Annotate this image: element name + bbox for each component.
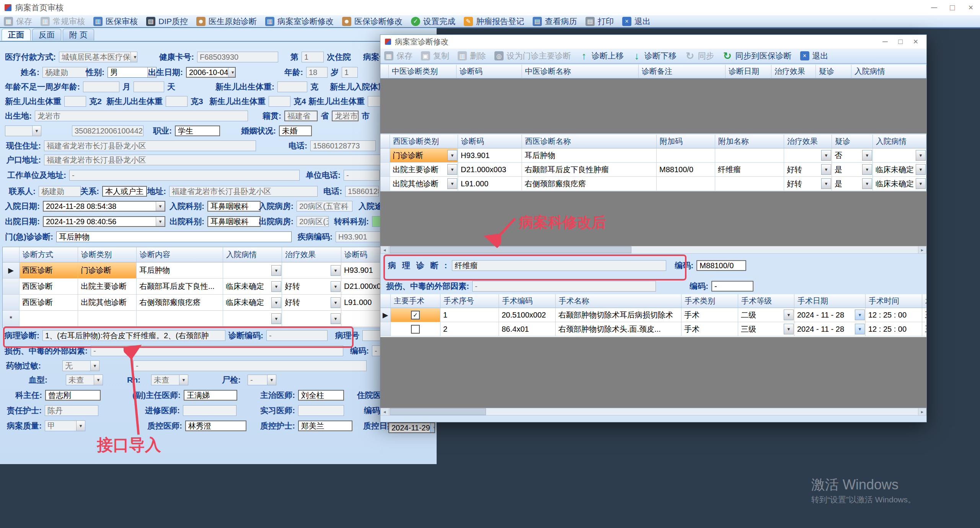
dropdown-button[interactable]: ▼ <box>784 310 794 320</box>
table-cell[interactable]: 右颈部肿物切除术头.面.颈皮... <box>556 322 682 336</box>
disease-code-field[interactable]: H93.901 <box>336 231 385 242</box>
nw2-field[interactable] <box>64 96 86 107</box>
dialog-injury-field[interactable]: - <box>472 281 656 292</box>
contact-phone-field[interactable]: 158601287 <box>345 186 379 197</box>
table-cell[interactable]: 右侧颈部瘢痕疙瘩 <box>522 177 657 191</box>
contact-addr-field[interactable]: 福建省龙岩市长汀县卧龙小区 <box>169 186 318 197</box>
native-province-field[interactable]: 福建省 <box>284 111 318 121</box>
dropdown-icon[interactable]: ▼ <box>90 361 99 371</box>
dropdown-button[interactable]: ▼ <box>447 164 457 175</box>
table-cell[interactable]: ✓ <box>391 308 440 322</box>
row-selector[interactable] <box>3 295 20 311</box>
discharge-date-picker[interactable]: 2024-11-29 08:40:56▼ <box>43 216 165 227</box>
row-selector[interactable] <box>380 163 390 177</box>
id-type-select[interactable]: ▼ <box>5 125 41 136</box>
quality-select[interactable]: 甲▼ <box>45 420 85 431</box>
checkbox[interactable] <box>411 325 420 334</box>
tab-back[interactable]: 反面 <box>32 29 61 41</box>
退出-button[interactable]: ×退出 <box>800 51 828 61</box>
dropdown-button[interactable]: ▼ <box>784 324 794 334</box>
close-icon[interactable]: × <box>962 0 980 15</box>
table-cell[interactable]: 好转▼ <box>282 295 341 311</box>
marital-field[interactable]: 未婚 <box>279 125 312 136</box>
scroll-left-icon[interactable]: ◄ <box>381 246 389 253</box>
infant-age-day-field[interactable] <box>134 81 164 92</box>
infant-age-month-field[interactable] <box>83 81 119 92</box>
table-cell[interactable] <box>20 311 78 327</box>
dropdown-button[interactable]: ▼ <box>916 150 926 161</box>
table-cell[interactable] <box>657 148 715 163</box>
current-addr-field[interactable]: 福建省龙岩市长汀县卧龙小区 <box>44 140 256 151</box>
minimize-icon[interactable]: ─ <box>925 0 943 15</box>
dropdown-button[interactable]: ▼ <box>862 178 872 189</box>
admit-dept-field[interactable]: 耳鼻咽喉科 <box>207 201 261 212</box>
dropdown-button[interactable]: ▼ <box>916 178 926 189</box>
dropdown-button[interactable]: ▼ <box>331 281 341 292</box>
id-card-field[interactable]: 35082120061004423( <box>72 125 143 136</box>
table-cell[interactable]: 出院主要诊断▼ <box>390 163 458 177</box>
pathology-code-field[interactable]: - <box>266 330 328 341</box>
qc-date-picker[interactable]: 2024-11-29▼ <box>388 422 435 433</box>
table-cell[interactable]: 好转▼ <box>784 163 832 177</box>
rh-select[interactable]: 未查▼ <box>151 375 188 385</box>
row-selector[interactable] <box>380 177 390 191</box>
scrollbar-thumb[interactable] <box>390 408 486 415</box>
诊断上移-button[interactable]: ↑诊断上移 <box>579 51 624 61</box>
table-cell[interactable]: ▼ <box>282 262 341 279</box>
table-cell[interactable]: 2024 - 11 - 28▼ <box>794 322 866 336</box>
deputy-field[interactable]: 王满娣 <box>184 390 237 401</box>
table-cell[interactable]: M88100/0 <box>657 163 715 177</box>
table-cell[interactable]: 好转▼ <box>784 177 832 191</box>
qc-doctor-field[interactable]: 林秀澄 <box>185 420 246 431</box>
checkbox[interactable]: ✓ <box>411 311 420 319</box>
dropdown-button[interactable]: ▼ <box>855 324 865 334</box>
table-cell[interactable] <box>391 322 440 336</box>
table-cell[interactable]: 耳后肿物 <box>137 262 223 279</box>
table-cell[interactable]: 2 <box>440 322 499 336</box>
dialog-minimize-icon[interactable]: ─ <box>877 36 893 48</box>
dialog-maximize-icon[interactable]: □ <box>893 36 908 48</box>
table-cell[interactable] <box>137 311 223 327</box>
table-cell[interactable]: ▼ <box>223 262 282 279</box>
table-cell[interactable]: 出院主要诊断 <box>78 279 137 295</box>
table-cell[interactable]: 三级▼ <box>738 322 794 336</box>
医保诊断修改-button[interactable]: ☻医保诊断修改 <box>342 16 403 27</box>
table-cell[interactable]: 是▼ <box>832 163 873 177</box>
table-cell[interactable] <box>78 311 137 327</box>
dropdown-button[interactable]: ▼ <box>271 265 281 276</box>
attending-field[interactable]: 刘全柱 <box>298 390 344 401</box>
dropdown-button[interactable]: ▼ <box>855 310 865 320</box>
contact-field[interactable]: 杨建勋 <box>39 186 81 197</box>
table-cell[interactable]: ▼ <box>873 148 926 163</box>
table-cell[interactable]: 2024 - 11 - 28▼ <box>794 308 866 322</box>
nw4-field[interactable] <box>269 96 290 107</box>
table-cell[interactable]: 否▼ <box>832 148 873 163</box>
table-cell[interactable]: 86.4x01 <box>499 322 556 336</box>
table-cell[interactable]: 12 : 25 : 00 <box>866 308 922 322</box>
table-cell[interactable]: 王 <box>922 308 926 322</box>
table-cell[interactable]: 出院其他诊断 <box>78 295 137 311</box>
table-cell[interactable]: 右颞部耳后皮下良性肿瘤 <box>522 163 657 177</box>
table-cell[interactable]: ▼ <box>223 311 282 327</box>
row-selector[interactable] <box>380 148 390 163</box>
bottom-scrollbar[interactable]: ◄ ► <box>380 408 926 416</box>
table-cell[interactable] <box>657 177 715 191</box>
admit-ward-field[interactable]: 20病区(五官科 <box>297 201 352 212</box>
dropdown-button[interactable]: ▼ <box>331 313 341 324</box>
病案室诊断修改-button[interactable]: ▥病案室诊断修改 <box>265 16 334 27</box>
name-field[interactable]: 杨建勋 <box>42 67 88 78</box>
refresher-field[interactable] <box>183 405 236 416</box>
table-cell[interactable]: 门诊诊断▼ <box>390 148 458 163</box>
dropdown-icon[interactable]: ▼ <box>156 202 165 211</box>
dropdown-button[interactable]: ▼ <box>821 178 831 189</box>
table-cell[interactable]: 门诊诊断 <box>78 262 137 279</box>
table-cell[interactable]: 西医诊断 <box>20 262 78 279</box>
allergy-detail-field[interactable]: - <box>133 360 367 371</box>
table-cell[interactable]: 右颞部耳后皮下良性... <box>137 279 223 295</box>
table-cell[interactable]: 西医诊断 <box>20 279 78 295</box>
dropdown-icon[interactable]: ▼ <box>156 217 165 226</box>
work-addr-field[interactable]: - <box>69 170 300 181</box>
table-cell[interactable]: 手术 <box>682 308 738 322</box>
设置完成-button[interactable]: ✓设置完成 <box>411 16 455 27</box>
row-selector[interactable] <box>380 322 391 336</box>
